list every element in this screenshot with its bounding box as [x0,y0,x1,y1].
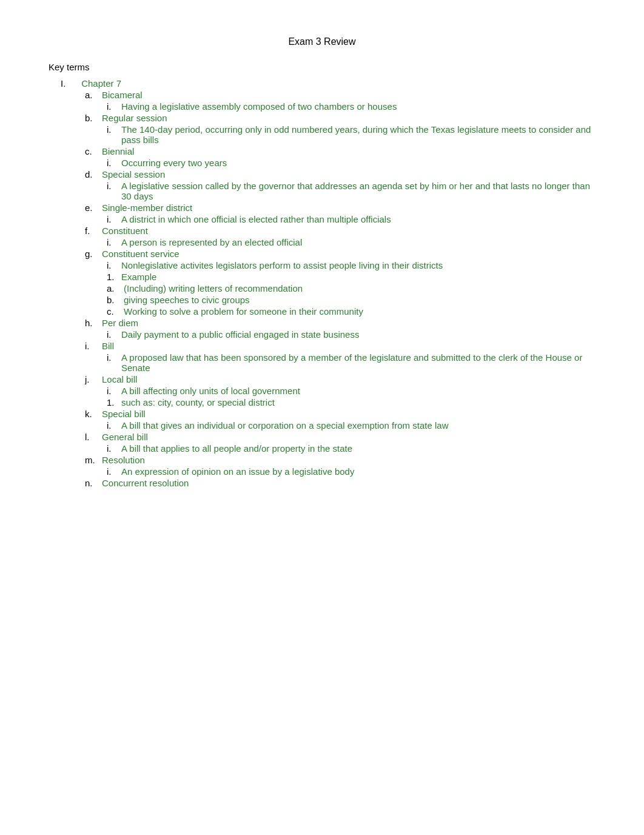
marker-e: e. [85,203,102,213]
marker-g-i-1-b: b. [107,295,124,305]
term-special-bill-label: Special bill [102,409,595,419]
term-regular-session: b. Regular session [85,113,595,123]
term-constituent-service: g. Constituent service [85,249,595,259]
marker-j-i-1: 1. [107,397,121,407]
special-session-def-i: i. A legislative session called by the g… [107,181,595,201]
term-single-member-district: e. Single-member district [85,203,595,213]
per-diem-def-i: i. Daily payment to a public official en… [107,329,595,340]
outline-item-I: I. Chapter 7 a. Bicameral i. Having a le… [61,78,595,488]
constituent-def-i: i. A person is represented by an elected… [107,237,595,247]
biennial-def-i: i. Occurring every two years [107,158,595,168]
term-bill: i. Bill [85,341,595,351]
general-bill-def-i: i. A bill that applies to all people and… [107,443,595,454]
example-label: Example [121,272,595,282]
term-per-diem-label: Per diem [102,318,595,328]
term-bicameral: a. Bicameral [85,90,595,100]
term-bill-label: Bill [102,341,595,351]
marker-h: h. [85,318,102,328]
marker-k-i: i. [107,420,121,431]
per-diem-def-text: Daily payment to a public official engag… [121,329,595,340]
constituent-defs: i. A person is represented by an elected… [85,237,595,247]
term-constituent-label: Constituent [102,226,595,236]
marker-i: i. [85,341,102,351]
term-constituent: f. Constituent [85,226,595,236]
example-a-text: (Including) writing letters of recommend… [124,283,595,293]
biennial-defs: i. Occurring every two years [85,158,595,168]
constituent-service-defs: i. Nonlegislative activites legislators … [85,260,595,270]
term-special-session: d. Special session [85,169,595,179]
constituent-def-text: A person is represented by an elected of… [121,237,595,247]
marker-j: j. [85,374,102,384]
marker-c: c. [85,146,102,156]
marker-l: l. [85,432,102,442]
special-session-def-text: A legislative session called by the gove… [121,181,595,201]
marker-a: a. [85,90,102,100]
marker-b: b. [85,113,102,123]
term-single-member-district-label: Single-member district [102,203,595,213]
term-bicameral-label: Bicameral [102,90,595,100]
marker-h-i: i. [107,329,121,340]
marker-f-i: i. [107,237,121,247]
single-member-district-def-i: i. A district in which one official is e… [107,214,595,224]
term-general-bill: l. General bill [85,432,595,442]
local-bill-def-i: i. A bill affecting only units of local … [107,386,595,396]
example-a: a. (Including) writing letters of recomm… [107,283,595,293]
example-c: c. Working to solve a problem for someon… [107,306,595,317]
general-bill-defs: i. A bill that applies to all people and… [85,443,595,454]
constituent-service-def-text: Nonlegislative activites legislators per… [121,260,595,270]
special-bill-def-i: i. A bill that gives an individual or co… [107,420,595,431]
example-c-text: Working to solve a problem for someone i… [124,306,595,317]
regular-session-def-i: i. The 140-day period, occurring only in… [107,124,595,145]
bill-def-text: A proposed law that has been sponsored b… [121,352,595,373]
marker-d-i: i. [107,181,121,201]
bicameral-def-text: Having a legislative assembly composed o… [121,101,595,112]
marker-g-i-1-c: c. [107,306,124,317]
marker-g-i: i. [107,260,121,270]
local-bill-sub-1: 1. such as: city, county, or special dis… [107,397,595,407]
local-bill-sub-1-text: such as: city, county, or special distri… [121,397,595,407]
marker-g-i-1-a: a. [107,283,124,293]
special-bill-def-text: A bill that gives an individual or corpo… [121,420,595,431]
key-terms-section: Key terms I. Chapter 7 a. Bicameral i. [49,62,595,488]
marker-l-i: i. [107,443,121,454]
term-resolution-label: Resolution [102,455,595,465]
marker-e-i: i. [107,214,121,224]
resolution-def-i: i. An expression of opinion on an issue … [107,466,595,477]
local-bill-def-text: A bill affecting only units of local gov… [121,386,595,396]
marker-n: n. [85,478,102,488]
marker-g: g. [85,249,102,259]
key-terms-label: Key terms [49,62,595,72]
chapter-title: Chapter 7 [81,78,121,89]
marker-g-i-1: 1. [107,272,121,282]
term-local-bill-label: Local bill [102,374,595,384]
term-constituent-service-label: Constituent service [102,249,595,259]
local-bill-sub: 1. such as: city, county, or special dis… [85,397,595,407]
example-sub-items: a. (Including) writing letters of recomm… [85,283,595,317]
example-item: 1. Example [107,272,595,282]
marker-k: k. [85,409,102,419]
special-session-defs: i. A legislative session called by the g… [85,181,595,201]
marker-f: f. [85,226,102,236]
term-resolution: m. Resolution [85,455,595,465]
bill-def-i: i. A proposed law that has been sponsore… [107,352,595,373]
single-member-district-def-text: A district in which one official is elec… [121,214,595,224]
resolution-defs: i. An expression of opinion on an issue … [85,466,595,477]
regular-session-def-text: The 140-day period, occurring only in od… [121,124,595,145]
marker-m: m. [85,455,102,465]
marker-c-i: i. [107,158,121,168]
marker-d: d. [85,169,102,179]
term-concurrent-resolution-label: Concurrent resolution [102,478,595,488]
bicameral-defs: i. Having a legislative assembly compose… [85,101,595,112]
term-special-bill: k. Special bill [85,409,595,419]
marker-i-i: i. [107,352,121,373]
example-b-text: giving speeches to civic groups [124,295,595,305]
term-special-session-label: Special session [102,169,595,179]
constituent-service-def-i: i. Nonlegislative activites legislators … [107,260,595,270]
resolution-def-text: An expression of opinion on an issue by … [121,466,595,477]
marker-m-i: i. [107,466,121,477]
example-b: b. giving speeches to civic groups [107,295,595,305]
marker-b-i: i. [107,124,121,145]
regular-session-defs: i. The 140-day period, occurring only in… [85,124,595,145]
roman-numeral-I: I. [61,78,79,89]
bill-defs: i. A proposed law that has been sponsore… [85,352,595,373]
